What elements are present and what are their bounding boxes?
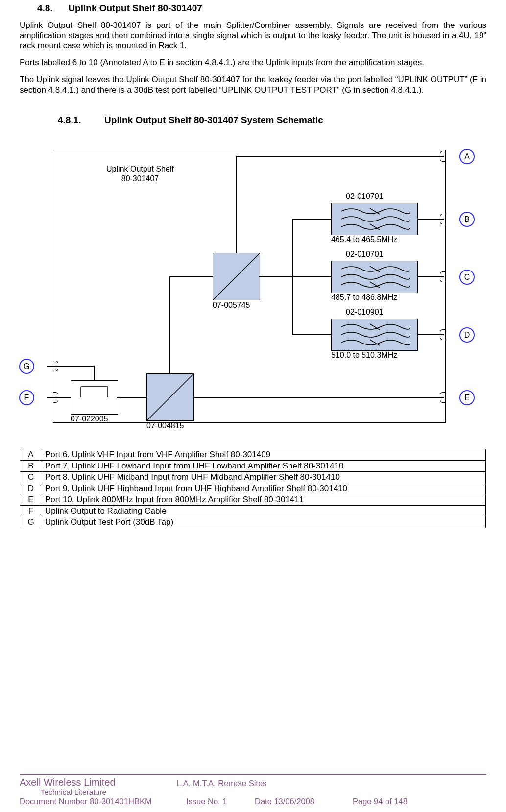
system-schematic-diagram: Uplink Output Shelf 80-301407 A B C D E … [18,145,483,434]
diagram-title-1: Uplink Output Shelf [91,165,189,173]
table-row: DPort 9. Uplink UHF Highband Input from … [20,483,486,494]
footer-docnum: Document Number 80-301401HBKM [20,797,186,806]
table-row: BPort 7. Uplink UHF Lowband Input from U… [20,461,486,472]
splitter-2-partno: 07-004815 [146,421,184,430]
table-key: C [20,472,42,483]
page-footer: Axell Wireless Limited Technical Literat… [0,774,506,806]
paragraph-3: The Uplink signal leaves the Uplink Outp… [20,75,486,95]
footer-issue: Issue No. 1 [186,797,255,806]
section-title: Uplink Output Shelf 80-301407 [68,3,202,13]
table-key: G [20,517,42,528]
table-val: Port 8. Uplink UHF Midband Input from UH… [42,472,486,483]
filter-b-range: 465.4 to 465.5MHz [331,235,397,244]
table-key: A [20,449,42,461]
table-val: Port 7. Uplink UHF Lowband Input from UH… [42,461,486,472]
port-c-marker: C [459,270,475,285]
footer-sub: Technical Literature [20,788,127,797]
table-row: CPort 8. Uplink UHF Midband Input from U… [20,472,486,483]
table-val: Port 9. Uplink UHF Highband Input from U… [42,483,486,494]
port-f-marker: F [19,390,34,405]
table-key: F [20,506,42,517]
coupler [71,380,118,415]
splitter-1-partno: 07-005745 [213,301,250,310]
section-4.8.1-heading: 4.8.1. Uplink Output Shelf 80-301407 Sys… [58,115,486,125]
paragraph-1: Uplink Output Shelf 80-301407 is part of… [20,21,486,51]
paragraph-2: Ports labelled 6 to 10 (Annotated A to E… [20,58,486,68]
coupler-partno: 07-022005 [71,415,108,423]
filter-b-partno: 02-010701 [346,192,384,201]
subsection-num: 4.8.1. [58,115,81,125]
filter-d-range: 510.0 to 510.3MHz [331,351,397,360]
filter-d [331,319,418,351]
port-e-marker: E [459,390,475,405]
filter-d-partno: 02-010901 [346,308,384,317]
table-key: D [20,483,42,494]
filter-c-range: 485.7 to 486.8MHz [331,293,397,302]
footer-brand: Axell Wireless Limited [20,777,176,788]
filter-c [331,261,418,293]
svg-line-7 [147,374,193,420]
splitter-2 [146,373,194,421]
table-key: E [20,494,42,506]
port-g-marker: G [19,359,34,374]
table-row: FUplink Output to Radiating Cable [20,506,486,517]
table-key: B [20,461,42,472]
port-a-marker: A [459,149,475,164]
svg-line-6 [213,253,260,300]
port-description-table: APort 6. Uplink VHF Input from VHF Ampli… [20,449,486,528]
footer-page: Page 94 of 148 [353,797,408,806]
table-row: APort 6. Uplink VHF Input from VHF Ampli… [20,449,486,461]
table-row: EPort 10. Uplink 800MHz Input from 800MH… [20,494,486,506]
footer-date: Date 13/06/2008 [255,797,353,806]
table-val: Port 10. Uplink 800MHz Input from 800MHz… [42,494,486,506]
port-d-marker: D [459,327,475,343]
port-b-marker: B [459,212,475,227]
filter-b [331,203,418,235]
filter-c-partno: 02-010701 [346,250,384,259]
splitter-1 [213,253,260,300]
section-4.8-heading: 4.8. Uplink Output Shelf 80-301407 [37,3,486,14]
table-row: GUplink Output Test Port (30dB Tap) [20,517,486,528]
table-val: Uplink Output Test Port (30dB Tap) [42,517,486,528]
subsection-title: Uplink Output Shelf 80-301407 System Sch… [104,115,323,125]
table-val: Uplink Output to Radiating Cable [42,506,486,517]
diagram-title-2: 80-301407 [91,174,189,183]
footer-center: L.A. M.T.A. Remote Sites [176,777,304,797]
table-val: Port 6. Uplink VHF Input from VHF Amplif… [42,449,486,461]
section-num: 4.8. [37,3,53,13]
